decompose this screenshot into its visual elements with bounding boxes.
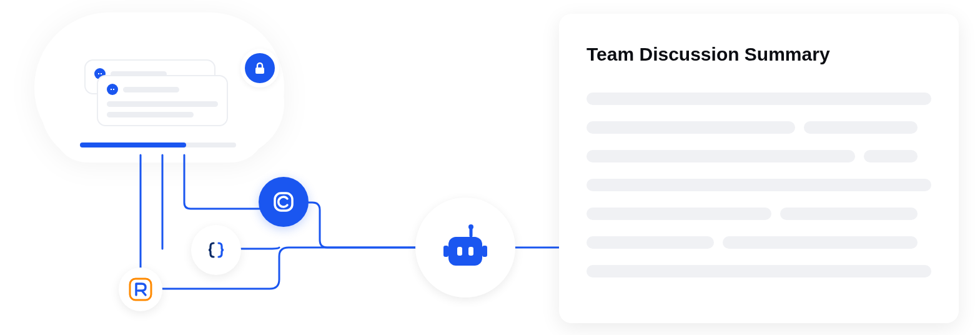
summary-title: Team Discussion Summary bbox=[587, 44, 931, 65]
svg-rect-7 bbox=[448, 237, 482, 266]
robot-icon bbox=[437, 219, 493, 276]
r-letter-icon bbox=[127, 276, 154, 303]
service-node-brackets bbox=[191, 225, 241, 275]
svg-rect-8 bbox=[457, 247, 462, 256]
svg-rect-0 bbox=[255, 68, 264, 74]
progress-fill bbox=[80, 142, 186, 148]
avatar-icon bbox=[107, 84, 118, 95]
code-brackets-icon bbox=[205, 239, 227, 261]
svg-point-4 bbox=[468, 224, 473, 229]
summary-panel: Team Discussion Summary bbox=[559, 14, 959, 323]
progress-bar bbox=[80, 142, 236, 148]
c-logo-icon bbox=[271, 189, 296, 214]
ai-robot-node bbox=[415, 198, 515, 298]
svg-rect-9 bbox=[468, 247, 473, 256]
svg-rect-6 bbox=[482, 246, 487, 257]
service-node-c bbox=[259, 177, 309, 227]
lock-icon bbox=[252, 61, 267, 76]
message-card bbox=[97, 75, 228, 126]
svg-rect-2 bbox=[130, 279, 151, 300]
service-node-r bbox=[119, 268, 162, 311]
svg-rect-5 bbox=[443, 246, 448, 257]
lock-badge bbox=[240, 49, 279, 88]
